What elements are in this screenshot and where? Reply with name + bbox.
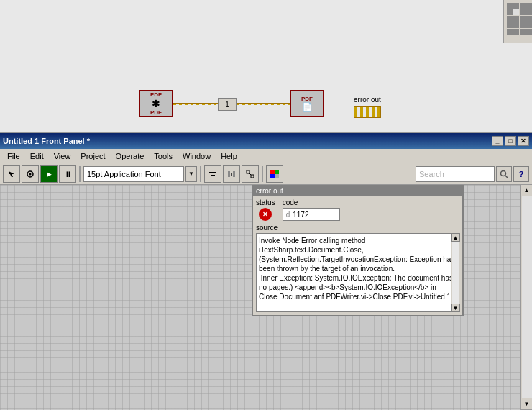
menu-operate[interactable]: Operate — [111, 150, 149, 162]
svg-point-14 — [501, 170, 506, 176]
svg-rect-4 — [228, 171, 230, 177]
distribute-icon — [227, 170, 236, 178]
menu-view[interactable]: View — [50, 150, 75, 162]
hand-tool-button[interactable] — [22, 165, 39, 183]
error-out-diagram-label: error out — [354, 96, 381, 104]
right-scroll-track — [522, 196, 532, 398]
code-label: code — [283, 199, 298, 206]
status-label: status — [256, 199, 275, 206]
menu-window[interactable]: Window — [178, 150, 215, 162]
resize-button[interactable] — [242, 165, 259, 183]
svg-rect-12 — [270, 174, 275, 178]
toolbar-sep-3 — [262, 166, 263, 182]
search-placeholder: Search — [419, 170, 444, 178]
error-source-container: Invoke Node Error calling method iTextSh… — [256, 233, 459, 312]
grid-palette[interactable] — [503, 0, 532, 43]
pause-button[interactable]: ⏸ — [59, 165, 76, 183]
toolbar: ▶ ⏸ 15pt Application Font ▼ — [0, 163, 532, 185]
font-selector-display: 15pt Application Font — [83, 166, 184, 182]
node-number[interactable]: 1 — [218, 98, 237, 111]
error-code-value: 1172 — [293, 211, 308, 219]
node-pdf-left[interactable]: PDF ✱ PDF — [139, 90, 173, 117]
right-scrollbar[interactable]: ▲ ▼ — [520, 185, 532, 410]
node-left-label-bot: PDF — [150, 109, 162, 116]
color-button[interactable] — [266, 165, 283, 183]
error-source-text: Invoke Node Error calling method iTextSh… — [259, 237, 457, 301]
svg-rect-3 — [211, 175, 215, 176]
node-pdf-right[interactable]: PDF 📄 — [290, 90, 324, 117]
maximize-button[interactable]: □ — [505, 136, 516, 146]
svg-rect-8 — [251, 175, 254, 178]
error-code-box: d 1172 — [283, 208, 340, 221]
svg-line-15 — [505, 175, 508, 178]
svg-rect-6 — [231, 173, 232, 176]
minimize-button[interactable]: _ — [492, 136, 503, 146]
color-icon — [270, 170, 279, 178]
scroll-up-arrow[interactable]: ▲ — [451, 233, 460, 242]
menu-file[interactable]: File — [3, 150, 24, 162]
align-icon — [208, 170, 217, 178]
menu-bar: File Edit View Project Operate Tools Win… — [0, 149, 532, 163]
svg-rect-13 — [275, 174, 279, 178]
content-area: error out status ✕ code d — [0, 185, 532, 410]
code-d-prefix: d — [286, 211, 290, 219]
arrow-icon — [7, 170, 16, 178]
resize-icon — [246, 170, 254, 178]
close-button[interactable]: ✕ — [518, 136, 529, 146]
node-right-label-top: PDF — [301, 96, 313, 102]
search-button[interactable] — [496, 166, 512, 182]
menu-edit[interactable]: Edit — [26, 150, 48, 162]
menu-project[interactable]: Project — [76, 150, 109, 162]
node-num-value: 1 — [225, 101, 229, 109]
toolbar-sep-1 — [79, 166, 81, 182]
arrow-tool-button[interactable] — [3, 165, 20, 183]
title-bar-buttons: _ □ ✕ — [492, 136, 529, 146]
svg-rect-11 — [275, 170, 279, 174]
font-label: 15pt Application Font — [87, 170, 161, 178]
help-button[interactable]: ? — [513, 166, 529, 182]
run-button[interactable]: ▶ — [40, 165, 58, 183]
scroll-track — [452, 242, 459, 304]
error-widget-body: status ✕ code d 1172 — [253, 196, 462, 315]
toolbar-sep-2 — [200, 166, 201, 182]
font-dropdown-button[interactable]: ▼ — [185, 166, 197, 182]
distribute-button[interactable] — [223, 165, 240, 183]
scroll-down-arrow[interactable]: ▼ — [451, 304, 460, 312]
scroll-right-down[interactable]: ▼ — [521, 398, 533, 410]
error-text-scrollbar[interactable]: ▲ ▼ — [451, 233, 459, 312]
error-widget: error out status ✕ code d — [252, 185, 464, 316]
error-cluster-wire — [354, 106, 381, 118]
svg-point-1 — [29, 173, 32, 175]
pause-icon: ⏸ — [64, 170, 72, 178]
error-text-box: Invoke Node Error calling method iTextSh… — [256, 233, 459, 312]
error-status-code-row: status ✕ code d 1172 — [256, 199, 459, 221]
source-label: source — [256, 224, 459, 232]
error-status-indicator: ✕ — [259, 208, 272, 221]
svg-rect-7 — [247, 170, 249, 173]
menu-help[interactable]: Help — [216, 150, 242, 162]
svg-rect-10 — [270, 170, 275, 174]
menu-tools[interactable]: Tools — [150, 150, 177, 162]
run-icon: ▶ — [47, 170, 52, 178]
front-panel-canvas[interactable]: error out status ✕ code d — [0, 185, 520, 410]
node-left-label-top: PDF — [150, 91, 162, 98]
svg-line-9 — [249, 173, 251, 175]
pdf-right-icon: 📄 — [302, 102, 313, 112]
main-window: Untitled 1 Front Panel * _ □ ✕ File Edit… — [0, 133, 532, 410]
error-widget-title: error out — [253, 186, 462, 196]
align-button[interactable] — [204, 165, 221, 183]
diagram-canvas: PDF ✱ PDF 1 PDF 📄 error out — [0, 0, 532, 133]
title-bar: Untitled 1 Front Panel * _ □ ✕ — [0, 133, 532, 149]
svg-rect-5 — [233, 171, 235, 177]
svg-rect-2 — [209, 172, 216, 173]
pdf-left-icon: ✱ — [152, 98, 160, 109]
search-input[interactable]: Search — [416, 166, 495, 182]
search-icon — [500, 170, 508, 178]
hand-icon — [26, 170, 35, 178]
scroll-right-up[interactable]: ▲ — [521, 185, 533, 196]
status-x-icon: ✕ — [262, 211, 268, 218]
window-title: Untitled 1 Front Panel * — [3, 137, 90, 145]
